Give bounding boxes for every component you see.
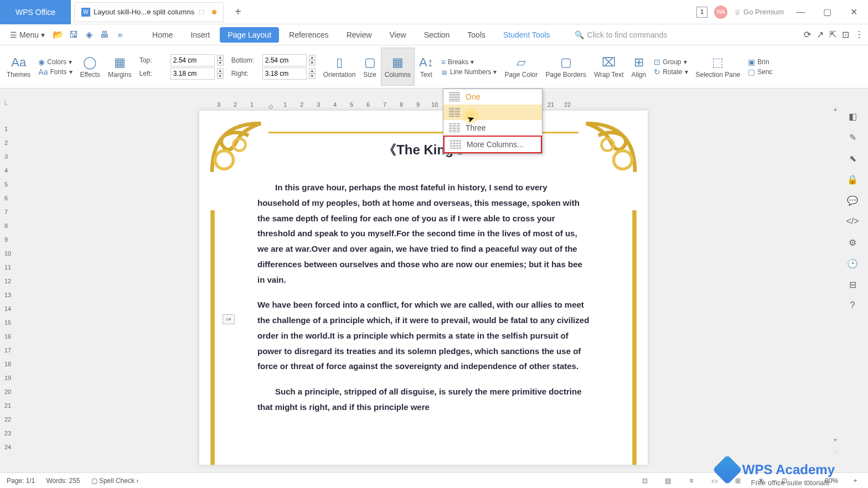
side-select-icon[interactable]: ⬉ — [847, 153, 858, 164]
group-button[interactable]: ⊡ Group▾ — [654, 58, 688, 66]
page-borders-button[interactable]: ▢ Page Borders — [542, 48, 590, 86]
side-pencil-icon[interactable]: ✎ — [847, 132, 858, 143]
print-button[interactable]: 🖶 — [97, 27, 112, 43]
breaks-button[interactable]: ≡ Breaks▾ — [441, 58, 497, 66]
document-body[interactable]: In this grave hour, perhaps the most fat… — [257, 180, 590, 425]
tab-view[interactable]: View — [382, 27, 414, 43]
maximize-button[interactable]: ▢ — [817, 2, 837, 22]
scroll-down-button[interactable]: ▼ — [831, 436, 839, 444]
add-tab-button[interactable]: + — [228, 2, 248, 22]
document-page[interactable]: 《The King's In this grave hour, perhaps … — [199, 111, 648, 465]
tab-tools[interactable]: Tools — [459, 27, 493, 43]
fonts-button[interactable]: Aa Fonts▾ — [38, 68, 72, 76]
tab-page-layout[interactable]: Page Layout — [220, 27, 279, 43]
spin-down[interactable]: ▼ — [217, 60, 224, 66]
spin-down[interactable]: ▼ — [217, 74, 224, 79]
fonts-icon: Aa — [38, 68, 48, 76]
page-color-button[interactable]: ▱ Page Color — [501, 48, 541, 86]
paragraph-options-icon[interactable]: ≡▾ — [223, 314, 235, 324]
columns-option-two[interactable] — [443, 105, 542, 120]
close-button[interactable]: ✕ — [844, 2, 864, 22]
themes-button[interactable]: Aa Themes — [3, 48, 34, 86]
zoom-in-button[interactable]: + — [849, 475, 861, 487]
decorative-left-line — [210, 210, 215, 465]
selection-pane-button[interactable]: ⬚ Selection Pane — [693, 48, 744, 86]
side-settings-icon[interactable]: ⚙ — [847, 237, 858, 248]
tab-home[interactable]: Home — [144, 27, 180, 43]
bring-forward-button[interactable]: ▣ Brin — [748, 58, 772, 66]
margin-top-input[interactable] — [170, 54, 215, 66]
spin-down[interactable]: ▼ — [309, 60, 316, 66]
paragraph-1: In this grave hour, perhaps the most fat… — [257, 180, 590, 287]
side-chat-icon[interactable]: 💬 — [847, 195, 858, 206]
side-help-icon[interactable]: ? — [847, 300, 858, 311]
page-color-icon: ▱ — [516, 55, 526, 70]
more-quickaccess-button[interactable]: » — [112, 27, 128, 43]
line-numbers-button[interactable]: ≣ Line Numbers▾ — [441, 68, 497, 76]
more-icon[interactable]: ⋮ — [855, 29, 864, 40]
find-commands-input[interactable]: 🔍 Click to find commands — [575, 30, 668, 39]
outline-view-icon[interactable]: ≡ — [685, 475, 698, 487]
side-lock-icon[interactable]: 🔒 — [847, 174, 858, 185]
vertical-scrollbar[interactable]: ▲ ▼ ◦ — [831, 105, 839, 455]
columns-option-three[interactable]: Three — [443, 120, 542, 136]
margin-bottom-input[interactable] — [262, 54, 307, 66]
columns-option-more[interactable]: More Columns... — [443, 136, 542, 153]
margin-left-input[interactable] — [170, 68, 215, 80]
share-icon[interactable]: ↗ — [817, 29, 824, 40]
orientation-button[interactable]: ▯ Orientation — [320, 48, 359, 86]
tab-review[interactable]: Review — [339, 27, 380, 43]
spin-down[interactable]: ▼ — [309, 74, 316, 79]
tab-references[interactable]: References — [281, 27, 337, 43]
status-words[interactable]: Words: 255 — [46, 477, 80, 485]
side-layout-icon[interactable]: ⊟ — [847, 279, 858, 290]
columns-button[interactable]: ▦ Columns — [381, 48, 415, 86]
main-menu-button[interactable]: ☰ Menu ▾ — [4, 24, 50, 45]
save-button[interactable]: 🖫 — [66, 27, 81, 43]
spin-up[interactable]: ▲ — [309, 68, 316, 74]
margin-bottom-label: Bottom: — [231, 56, 260, 64]
tab-section[interactable]: Section — [416, 27, 458, 43]
wrap-text-button[interactable]: ⌧ Wrap Text — [591, 48, 627, 86]
feedback-icon[interactable]: ⊡ — [842, 29, 849, 40]
scroll-up-button[interactable]: ▲ — [831, 105, 839, 113]
rotate-icon: ↻ — [654, 68, 660, 76]
ruler-indent-marker[interactable]: ◇ — [268, 103, 273, 110]
spin-up[interactable]: ▲ — [309, 55, 316, 60]
colors-button[interactable]: ◉ Colors▾ — [38, 58, 72, 66]
section-properties-icon[interactable]: ⊡ — [639, 475, 651, 487]
margin-right-input[interactable] — [262, 68, 307, 80]
effects-button[interactable]: ◯ Effects — [77, 48, 104, 86]
collapse-ribbon-icon[interactable]: ⇱ — [829, 29, 836, 40]
spin-up[interactable]: ▲ — [217, 68, 224, 74]
margins-button[interactable]: ▦ Margins — [105, 48, 135, 86]
text-direction-button[interactable]: A↕ Text — [416, 48, 437, 86]
print-preview-button[interactable]: ◈ — [81, 27, 97, 43]
open-button[interactable]: 📂 — [50, 27, 66, 43]
align-button[interactable]: ⊞ Align — [628, 48, 649, 86]
align-icon: ⊞ — [634, 55, 644, 70]
effects-icon: ◯ — [83, 55, 97, 70]
tab-student-tools[interactable]: Student Tools — [495, 27, 558, 43]
vertical-ruler[interactable]: 123456789101112131415161718192021222324 — [4, 122, 11, 454]
badge-1-icon[interactable]: 1 — [696, 7, 707, 18]
columns-option-one[interactable]: One — [443, 89, 542, 105]
document-tab[interactable]: W Layout skill-Ho...e split columns ⬚ — [74, 2, 224, 22]
side-expand-icon[interactable]: ◧ — [847, 111, 858, 122]
rotate-button[interactable]: ↻ Rotate▾ — [654, 68, 688, 76]
wps-academy-subtitle: Free office suite tutorials — [751, 479, 829, 487]
status-spell-check[interactable]: ▢ Spell Check › — [91, 477, 139, 485]
print-layout-view-icon[interactable]: ▤ — [662, 475, 674, 487]
user-avatar[interactable]: WA — [714, 6, 727, 19]
tab-insert[interactable]: Insert — [183, 27, 218, 43]
size-button[interactable]: ▢ Size — [360, 48, 379, 86]
scroll-page-button[interactable]: ◦ — [831, 447, 839, 455]
send-backward-button[interactable]: ▢ Senc — [748, 68, 772, 76]
sync-icon[interactable]: ⟳ — [804, 29, 811, 40]
spin-up[interactable]: ▲ — [217, 55, 224, 60]
side-code-icon[interactable]: </> — [847, 216, 858, 227]
minimize-button[interactable]: — — [790, 2, 810, 22]
side-history-icon[interactable]: 🕑 — [847, 258, 858, 269]
status-page[interactable]: Page: 1/1 — [7, 477, 35, 485]
go-premium-button[interactable]: ♕ Go Premium — [734, 8, 784, 17]
